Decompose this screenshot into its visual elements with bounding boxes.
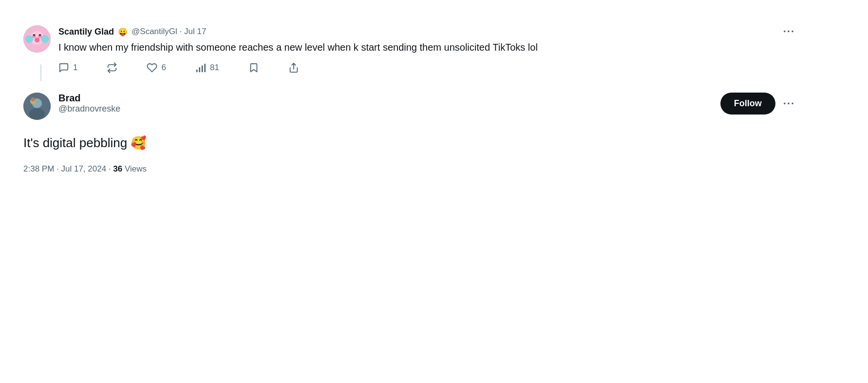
share-icon xyxy=(288,62,299,73)
views-label-text: Views xyxy=(125,164,147,173)
tweet-header: Scantily Glad 😛 @ScantilyGl · Jul 17 ··· xyxy=(58,25,795,38)
avatar-original[interactable] xyxy=(23,25,51,53)
reply-more-options[interactable]: ··· xyxy=(783,97,795,110)
original-tweet-content: Scantily Glad 😛 @ScantilyGl · Jul 17 ···… xyxy=(58,25,795,73)
reply-user-info: Brad @bradnovreske xyxy=(58,93,713,114)
original-username-date: @ScantilyGl · Jul 17 xyxy=(132,27,206,37)
reply-display-name: Brad xyxy=(58,93,713,104)
bookmark-action[interactable] xyxy=(248,62,259,73)
heart-icon xyxy=(147,62,157,73)
reply-header-row: Brad @bradnovreske Follow ··· xyxy=(23,93,795,120)
reply-count: 1 xyxy=(73,63,77,73)
reply-timestamp: 2:38 PM · Jul 17, 2024 · 36 Views xyxy=(23,164,795,174)
original-display-name: Scantily Glad xyxy=(58,27,114,37)
original-tweet: Scantily Glad 😛 @ScantilyGl · Jul 17 ···… xyxy=(19,18,799,81)
thread-line xyxy=(40,64,41,81)
svg-rect-12 xyxy=(204,64,206,72)
bookmark-icon xyxy=(248,62,259,73)
views-count-original: 81 xyxy=(210,63,219,73)
reply-icon xyxy=(58,62,69,73)
svg-point-8 xyxy=(39,34,41,36)
reply-text-content: It's digital pebbling xyxy=(23,135,127,150)
retweet-action[interactable] xyxy=(107,62,117,73)
svg-point-6 xyxy=(41,35,49,43)
avatar-reply[interactable] xyxy=(23,93,51,120)
dot-separator: · xyxy=(109,164,113,173)
svg-point-5 xyxy=(25,35,33,43)
svg-point-16 xyxy=(29,108,45,120)
reply-views-count: 36 xyxy=(113,164,122,173)
reply-actions-right: Follow ··· xyxy=(720,93,795,115)
original-date: Jul 17 xyxy=(184,27,206,36)
svg-rect-9 xyxy=(196,70,198,73)
separator: · xyxy=(180,27,184,36)
reply-emoji: 🥰 xyxy=(131,135,146,150)
views-action[interactable]: 81 xyxy=(195,62,219,73)
reply-action[interactable]: 1 xyxy=(58,62,77,73)
svg-point-18 xyxy=(31,97,35,101)
tweet-actions: 1 6 xyxy=(58,62,795,73)
views-icon xyxy=(195,62,206,73)
timestamp-text: 2:38 PM · Jul 17, 2024 xyxy=(23,164,106,173)
like-count: 6 xyxy=(161,63,166,73)
reply-username: @bradnovreske xyxy=(58,104,713,114)
original-tweet-text: I know when my friendship with someone r… xyxy=(58,40,795,55)
retweet-icon xyxy=(107,62,117,73)
svg-rect-11 xyxy=(202,65,203,72)
svg-point-4 xyxy=(35,38,39,42)
svg-rect-10 xyxy=(199,67,200,72)
original-username: @ScantilyGl xyxy=(132,27,177,36)
follow-button[interactable]: Follow xyxy=(720,93,775,115)
like-action[interactable]: 6 xyxy=(147,62,166,73)
svg-point-7 xyxy=(33,34,35,36)
tweet-thread: Scantily Glad 😛 @ScantilyGl · Jul 17 ···… xyxy=(19,10,799,190)
original-more-options[interactable]: ··· xyxy=(783,25,795,38)
reply-tweet: Brad @bradnovreske Follow ··· It's digit… xyxy=(19,85,799,182)
original-emoji: 😛 xyxy=(118,27,128,37)
share-action[interactable] xyxy=(288,62,299,73)
reply-tweet-text: It's digital pebbling 🥰 xyxy=(23,134,795,153)
